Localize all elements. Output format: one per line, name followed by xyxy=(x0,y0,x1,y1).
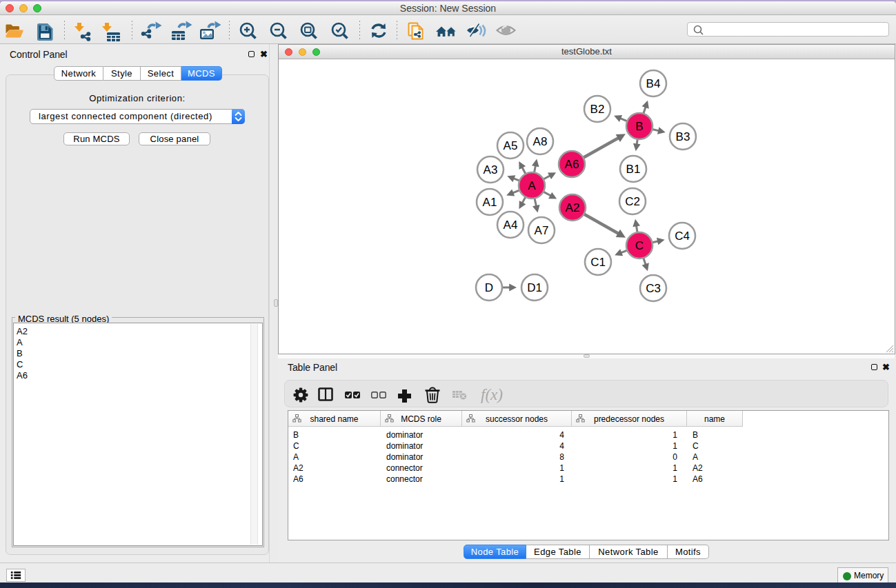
svg-text:D1: D1 xyxy=(527,281,542,294)
svg-text:A5: A5 xyxy=(504,139,518,152)
svg-text:A8: A8 xyxy=(533,135,548,148)
svg-text:D: D xyxy=(485,281,493,294)
svg-text:B4: B4 xyxy=(646,77,661,90)
svg-text:B: B xyxy=(635,120,643,133)
svg-text:A1: A1 xyxy=(483,196,497,209)
svg-text:C1: C1 xyxy=(590,256,606,269)
svg-text:A3: A3 xyxy=(484,163,498,176)
svg-text:A4: A4 xyxy=(504,219,518,232)
svg-text:f(x): f(x) xyxy=(481,386,503,403)
svg-text:A2: A2 xyxy=(566,201,580,214)
svg-text:A: A xyxy=(528,179,536,192)
svg-text:B3: B3 xyxy=(676,130,690,143)
svg-text:B2: B2 xyxy=(590,103,605,116)
svg-text:C3: C3 xyxy=(646,282,661,295)
svg-text:A7: A7 xyxy=(535,224,549,237)
svg-text:C2: C2 xyxy=(625,195,640,208)
svg-text:B1: B1 xyxy=(626,163,641,176)
svg-text:C: C xyxy=(635,239,644,252)
svg-text:C4: C4 xyxy=(675,230,690,243)
svg-text:A6: A6 xyxy=(565,158,579,171)
